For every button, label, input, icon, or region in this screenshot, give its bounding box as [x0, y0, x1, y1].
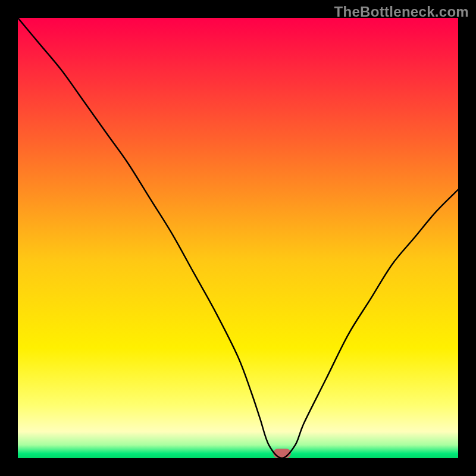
bottleneck-marker: [273, 449, 291, 458]
gradient-background: [18, 18, 458, 458]
chart-frame: TheBottleneck.com: [0, 0, 476, 476]
chart-svg: [18, 18, 458, 458]
plot-area: [18, 18, 458, 458]
